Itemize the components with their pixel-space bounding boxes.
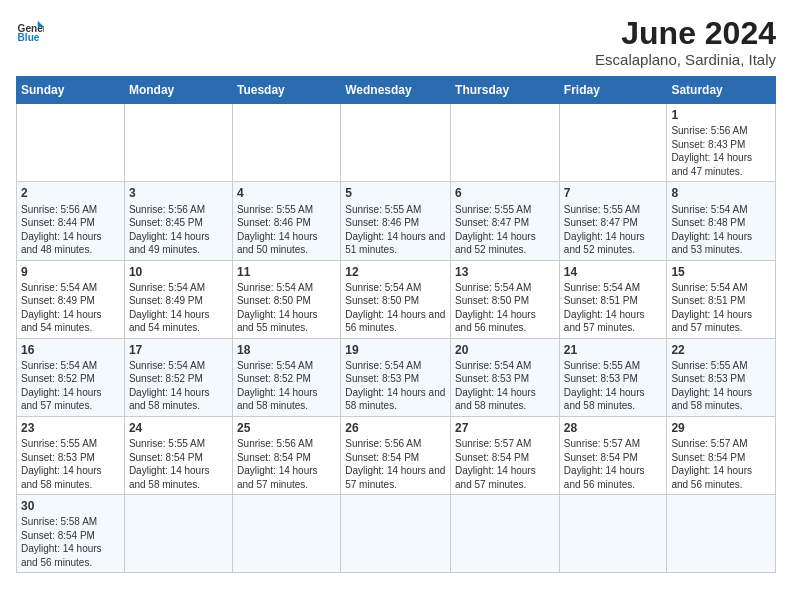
day-number: 20	[455, 342, 555, 358]
day-info: Daylight: 14 hours and 48 minutes.	[21, 230, 120, 257]
calendar-cell	[232, 495, 340, 573]
day-info: Daylight: 14 hours and 56 minutes.	[671, 464, 771, 491]
calendar-cell: 28Sunrise: 5:57 AMSunset: 8:54 PMDayligh…	[559, 416, 667, 494]
calendar-cell: 12Sunrise: 5:54 AMSunset: 8:50 PMDayligh…	[341, 260, 451, 338]
calendar-cell: 22Sunrise: 5:55 AMSunset: 8:53 PMDayligh…	[667, 338, 776, 416]
day-info: Sunrise: 5:57 AM	[455, 437, 555, 451]
day-number: 27	[455, 420, 555, 436]
calendar-week-5: 23Sunrise: 5:55 AMSunset: 8:53 PMDayligh…	[17, 416, 776, 494]
day-info: Sunset: 8:50 PM	[455, 294, 555, 308]
calendar-week-3: 9Sunrise: 5:54 AMSunset: 8:49 PMDaylight…	[17, 260, 776, 338]
calendar-cell	[341, 104, 451, 182]
day-info: Daylight: 14 hours and 58 minutes.	[671, 386, 771, 413]
col-monday: Monday	[124, 77, 232, 104]
location-subtitle: Escalaplano, Sardinia, Italy	[595, 51, 776, 68]
day-info: Daylight: 14 hours and 54 minutes.	[129, 308, 228, 335]
day-info: Sunrise: 5:54 AM	[129, 359, 228, 373]
day-number: 18	[237, 342, 336, 358]
calendar-cell	[451, 495, 560, 573]
day-info: Sunrise: 5:56 AM	[129, 203, 228, 217]
calendar-cell	[667, 495, 776, 573]
calendar-cell: 5Sunrise: 5:55 AMSunset: 8:46 PMDaylight…	[341, 182, 451, 260]
day-info: Sunset: 8:53 PM	[671, 372, 771, 386]
day-info: Sunrise: 5:54 AM	[455, 281, 555, 295]
day-number: 6	[455, 185, 555, 201]
day-number: 7	[564, 185, 663, 201]
day-info: Sunrise: 5:55 AM	[564, 359, 663, 373]
day-number: 8	[671, 185, 771, 201]
col-thursday: Thursday	[451, 77, 560, 104]
day-number: 12	[345, 264, 446, 280]
day-info: Sunrise: 5:54 AM	[671, 281, 771, 295]
header: General Blue June 2024 Escalaplano, Sard…	[16, 16, 776, 68]
calendar-cell	[17, 104, 125, 182]
calendar-cell: 16Sunrise: 5:54 AMSunset: 8:52 PMDayligh…	[17, 338, 125, 416]
calendar-cell	[232, 104, 340, 182]
calendar-table: Sunday Monday Tuesday Wednesday Thursday…	[16, 76, 776, 573]
day-info: Sunset: 8:46 PM	[345, 216, 446, 230]
header-row: Sunday Monday Tuesday Wednesday Thursday…	[17, 77, 776, 104]
day-info: Sunset: 8:47 PM	[455, 216, 555, 230]
day-info: Sunset: 8:50 PM	[345, 294, 446, 308]
day-number: 19	[345, 342, 446, 358]
day-info: Sunset: 8:49 PM	[21, 294, 120, 308]
calendar-cell: 13Sunrise: 5:54 AMSunset: 8:50 PMDayligh…	[451, 260, 560, 338]
day-number: 13	[455, 264, 555, 280]
calendar-cell: 21Sunrise: 5:55 AMSunset: 8:53 PMDayligh…	[559, 338, 667, 416]
day-info: Daylight: 14 hours and 54 minutes.	[21, 308, 120, 335]
col-wednesday: Wednesday	[341, 77, 451, 104]
day-info: Sunrise: 5:56 AM	[345, 437, 446, 451]
day-info: Daylight: 14 hours and 53 minutes.	[671, 230, 771, 257]
day-info: Daylight: 14 hours and 57 minutes.	[345, 464, 446, 491]
day-info: Sunset: 8:47 PM	[564, 216, 663, 230]
day-info: Daylight: 14 hours and 47 minutes.	[671, 151, 771, 178]
calendar-cell: 2Sunrise: 5:56 AMSunset: 8:44 PMDaylight…	[17, 182, 125, 260]
calendar-cell: 4Sunrise: 5:55 AMSunset: 8:46 PMDaylight…	[232, 182, 340, 260]
calendar-cell: 20Sunrise: 5:54 AMSunset: 8:53 PMDayligh…	[451, 338, 560, 416]
day-info: Sunset: 8:52 PM	[21, 372, 120, 386]
day-info: Sunset: 8:44 PM	[21, 216, 120, 230]
calendar-cell: 24Sunrise: 5:55 AMSunset: 8:54 PMDayligh…	[124, 416, 232, 494]
day-info: Sunrise: 5:55 AM	[237, 203, 336, 217]
day-info: Sunset: 8:54 PM	[671, 451, 771, 465]
day-info: Sunrise: 5:55 AM	[21, 437, 120, 451]
day-info: Sunset: 8:46 PM	[237, 216, 336, 230]
calendar-week-2: 2Sunrise: 5:56 AMSunset: 8:44 PMDaylight…	[17, 182, 776, 260]
day-info: Daylight: 14 hours and 57 minutes.	[21, 386, 120, 413]
day-info: Sunset: 8:43 PM	[671, 138, 771, 152]
day-info: Sunset: 8:53 PM	[564, 372, 663, 386]
calendar-cell: 14Sunrise: 5:54 AMSunset: 8:51 PMDayligh…	[559, 260, 667, 338]
col-sunday: Sunday	[17, 77, 125, 104]
day-info: Sunset: 8:54 PM	[129, 451, 228, 465]
calendar-cell	[559, 495, 667, 573]
day-info: Daylight: 14 hours and 58 minutes.	[21, 464, 120, 491]
calendar-cell: 27Sunrise: 5:57 AMSunset: 8:54 PMDayligh…	[451, 416, 560, 494]
calendar-cell: 1Sunrise: 5:56 AMSunset: 8:43 PMDaylight…	[667, 104, 776, 182]
day-info: Sunrise: 5:54 AM	[21, 359, 120, 373]
day-info: Sunrise: 5:56 AM	[671, 124, 771, 138]
day-info: Sunrise: 5:54 AM	[345, 281, 446, 295]
calendar-cell	[341, 495, 451, 573]
day-info: Sunset: 8:53 PM	[455, 372, 555, 386]
day-number: 25	[237, 420, 336, 436]
day-info: Daylight: 14 hours and 57 minutes.	[455, 464, 555, 491]
day-number: 5	[345, 185, 446, 201]
calendar-cell	[451, 104, 560, 182]
day-info: Sunset: 8:54 PM	[564, 451, 663, 465]
calendar-cell: 3Sunrise: 5:56 AMSunset: 8:45 PMDaylight…	[124, 182, 232, 260]
month-title: June 2024	[595, 16, 776, 51]
day-number: 26	[345, 420, 446, 436]
calendar-cell: 10Sunrise: 5:54 AMSunset: 8:49 PMDayligh…	[124, 260, 232, 338]
day-info: Sunrise: 5:54 AM	[564, 281, 663, 295]
day-info: Daylight: 14 hours and 57 minutes.	[237, 464, 336, 491]
calendar-week-4: 16Sunrise: 5:54 AMSunset: 8:52 PMDayligh…	[17, 338, 776, 416]
day-info: Daylight: 14 hours and 56 minutes.	[345, 308, 446, 335]
day-info: Sunrise: 5:55 AM	[671, 359, 771, 373]
day-info: Sunrise: 5:56 AM	[237, 437, 336, 451]
day-number: 24	[129, 420, 228, 436]
day-info: Daylight: 14 hours and 51 minutes.	[345, 230, 446, 257]
calendar-week-6: 30Sunrise: 5:58 AMSunset: 8:54 PMDayligh…	[17, 495, 776, 573]
calendar-cell	[559, 104, 667, 182]
day-info: Daylight: 14 hours and 56 minutes.	[21, 542, 120, 569]
day-info: Sunrise: 5:54 AM	[671, 203, 771, 217]
